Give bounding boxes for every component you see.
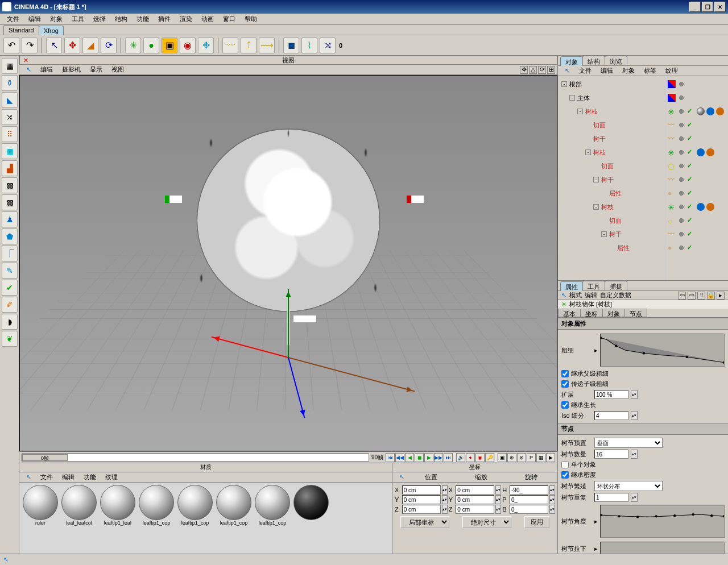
cube-primitive[interactable]: ◼	[283, 38, 299, 53]
sphere-icon[interactable]	[697, 107, 705, 115]
rot-b[interactable]	[510, 505, 548, 514]
tree-item[interactable]: -树干	[559, 227, 664, 241]
vp-menu-edit[interactable]: 编辑	[37, 65, 56, 74]
play-last[interactable]: ⏭	[444, 453, 453, 462]
material-ball[interactable]	[23, 485, 58, 520]
palette-leaf[interactable]: ❦	[2, 331, 18, 347]
preset-select[interactable]: 垂面	[594, 438, 663, 448]
check-icon[interactable]	[687, 162, 695, 170]
move-tool[interactable]: ✥	[64, 38, 80, 53]
dots-icon[interactable]	[677, 230, 685, 238]
spline-primitive[interactable]: ⌇	[301, 38, 317, 53]
tree-item[interactable]: 树干	[559, 132, 664, 146]
attr-menu-edit[interactable]: 编辑	[585, 291, 597, 300]
obj-menu-edit[interactable]: 编辑	[597, 66, 617, 76]
palette-axis[interactable]: ⤭	[2, 109, 18, 125]
branch-icon[interactable]	[668, 148, 676, 156]
tl-opt-3[interactable]: ⊗	[517, 453, 526, 462]
vp-nav-zoom-icon[interactable]: △	[529, 66, 537, 74]
menu-plugin[interactable]: 插件	[155, 14, 174, 24]
apply-button[interactable]: 应用	[524, 516, 549, 528]
penta-icon[interactable]	[668, 162, 676, 170]
palette-points[interactable]: ⠿	[2, 126, 18, 142]
cursor-tool[interactable]: ↖	[46, 38, 62, 53]
pass-thick-check[interactable]	[561, 380, 569, 388]
expand-toggle[interactable]: -	[585, 149, 591, 155]
inherit-density-check[interactable]	[561, 471, 569, 479]
subtab-coord[interactable]: 坐标	[580, 309, 603, 317]
dots-icon[interactable]	[677, 148, 685, 156]
tree-item[interactable]: -树枝	[559, 200, 664, 214]
material-ball[interactable]	[177, 485, 213, 520]
dots-icon[interactable]	[677, 217, 685, 225]
thickness-curve[interactable]	[600, 334, 725, 367]
attr-menu-custom[interactable]: 自定义数据	[600, 291, 631, 300]
right-tab-object[interactable]: 对象	[560, 56, 583, 66]
menu-object[interactable]: 对象	[47, 14, 66, 24]
dots-icon[interactable]	[677, 162, 685, 170]
palette-paint[interactable]: ✐	[2, 297, 18, 313]
rotate-tool[interactable]: ⟳	[101, 38, 117, 53]
mat-menu-tex[interactable]: 纹理	[102, 472, 121, 482]
scale-x[interactable]	[456, 485, 494, 495]
c1-icon[interactable]	[706, 107, 714, 115]
scale-z[interactable]	[456, 505, 494, 514]
pos-y[interactable]	[402, 495, 441, 504]
attr-tab-attr[interactable]: 属性	[560, 281, 583, 291]
play-back[interactable]: ◀	[405, 453, 414, 462]
right-tab-struct[interactable]: 结构	[582, 56, 605, 65]
xfrog-ball-button[interactable]: ●	[143, 38, 159, 53]
c2-icon[interactable]	[706, 203, 714, 211]
ball-icon[interactable]	[668, 244, 676, 252]
angle-curve[interactable]	[600, 505, 725, 538]
vp-menu-display[interactable]: 显示	[86, 65, 106, 74]
tree-item[interactable]: -根部	[559, 77, 664, 91]
expand-toggle[interactable]: -	[569, 95, 575, 101]
check-icon[interactable]	[687, 107, 695, 115]
c2-icon[interactable]	[706, 148, 714, 156]
check-icon[interactable]	[687, 148, 695, 156]
spline-tool-3[interactable]: ⟿	[259, 38, 275, 53]
layout-tab-standard[interactable]: Standard	[3, 25, 39, 35]
inherit-thick-check[interactable]	[561, 370, 569, 377]
palette-poly[interactable]: ▟	[2, 160, 18, 176]
menu-function[interactable]: 功能	[133, 14, 152, 24]
mat-menu-func[interactable]: 功能	[80, 472, 100, 482]
repeat-input[interactable]	[594, 493, 628, 502]
circ-icon[interactable]	[668, 217, 676, 225]
tree-item[interactable]: 切面	[559, 159, 664, 173]
timeline-slider[interactable]: 0帧	[22, 454, 68, 461]
palette-grid[interactable]: ▦	[2, 143, 18, 159]
attr-lock-icon[interactable]: 🔒	[707, 292, 715, 300]
undo-button[interactable]: ↶	[3, 38, 19, 53]
pos-x[interactable]	[402, 485, 441, 495]
tl-opt-1[interactable]: ▣	[498, 453, 507, 462]
tl-opt-6[interactable]: ▶	[546, 453, 555, 462]
tl-opt-4[interactable]: P	[527, 453, 536, 462]
xfrog-branch-button[interactable]: ✳	[125, 38, 141, 53]
material-ball[interactable]	[100, 485, 135, 520]
xyz-icon[interactable]	[668, 80, 676, 88]
menu-help[interactable]: 帮助	[241, 14, 260, 24]
branch-icon[interactable]	[668, 107, 676, 115]
menu-render[interactable]: 渲染	[176, 14, 196, 24]
timeline-track[interactable]: 0帧	[22, 454, 369, 462]
menu-window[interactable]: 窗口	[220, 14, 239, 24]
curve-icon[interactable]	[668, 121, 676, 129]
attr-tab-snap[interactable]: 捕捉	[605, 281, 627, 290]
dots-icon[interactable]	[677, 203, 685, 211]
play-next[interactable]: ▶▶	[434, 453, 443, 462]
minimize-button[interactable]: _	[689, 2, 701, 12]
vp-nav-grid-icon[interactable]: ⊞	[547, 66, 555, 74]
spline-tool-1[interactable]: 〰	[222, 38, 238, 53]
mat-menu-edit[interactable]: 编辑	[59, 472, 78, 482]
dots-icon[interactable]	[677, 244, 685, 252]
palette-checker2[interactable]: ▩	[2, 194, 18, 210]
dots-icon[interactable]	[677, 80, 685, 88]
abs-select[interactable]: 绝对尺寸	[462, 516, 511, 528]
expand-toggle[interactable]: -	[593, 204, 599, 210]
redo-button[interactable]: ↷	[22, 38, 38, 53]
check-icon[interactable]	[687, 203, 695, 211]
iso-input[interactable]	[594, 411, 628, 420]
menu-edit[interactable]: 编辑	[25, 14, 44, 24]
